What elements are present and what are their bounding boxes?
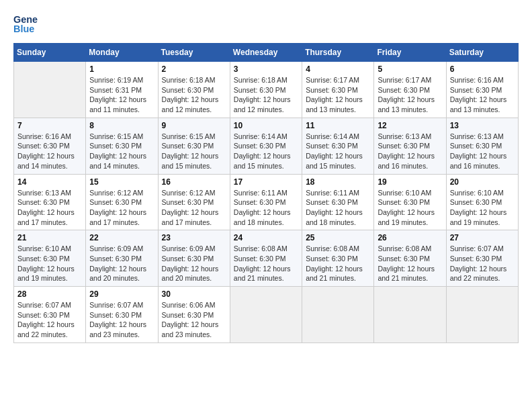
calendar-cell: 25Sunrise: 6:08 AMSunset: 6:30 PMDayligh… <box>302 230 374 287</box>
day-info: Sunrise: 6:13 AMSunset: 6:30 PMDaylight:… <box>450 132 515 171</box>
calendar-week-5: 28Sunrise: 6:07 AMSunset: 6:30 PMDayligh… <box>14 287 519 343</box>
calendar-cell: 24Sunrise: 6:08 AMSunset: 6:30 PMDayligh… <box>230 230 302 287</box>
day-number: 19 <box>378 177 442 187</box>
weekday-header-friday: Friday <box>374 44 446 62</box>
day-number: 2 <box>162 64 226 74</box>
calendar-cell: 1Sunrise: 6:19 AMSunset: 6:31 PMDaylight… <box>86 62 158 118</box>
day-info: Sunrise: 6:08 AMSunset: 6:30 PMDaylight:… <box>306 244 370 283</box>
day-info: Sunrise: 6:17 AMSunset: 6:30 PMDaylight:… <box>306 75 370 115</box>
day-number: 3 <box>234 64 298 74</box>
day-info: Sunrise: 6:07 AMSunset: 6:30 PMDaylight:… <box>89 300 154 340</box>
day-info: Sunrise: 6:18 AMSunset: 6:30 PMDaylight:… <box>162 75 226 115</box>
day-number: 13 <box>450 121 515 130</box>
logo-icon: General Blue <box>13 11 38 35</box>
day-info: Sunrise: 6:17 AMSunset: 6:30 PMDaylight:… <box>378 75 442 115</box>
calendar-header-row: SundayMondayTuesdayWednesdayThursdayFrid… <box>14 44 519 62</box>
day-info: Sunrise: 6:13 AMSunset: 6:30 PMDaylight:… <box>17 188 82 228</box>
day-number: 24 <box>234 233 298 242</box>
calendar-cell: 11Sunrise: 6:14 AMSunset: 6:30 PMDayligh… <box>302 118 374 174</box>
calendar-cell: 2Sunrise: 6:18 AMSunset: 6:30 PMDaylight… <box>158 62 230 118</box>
calendar-cell: 3Sunrise: 6:18 AMSunset: 6:30 PMDaylight… <box>230 62 302 118</box>
calendar-week-4: 21Sunrise: 6:10 AMSunset: 6:30 PMDayligh… <box>14 230 519 287</box>
calendar-cell: 20Sunrise: 6:10 AMSunset: 6:30 PMDayligh… <box>446 174 518 230</box>
day-number: 21 <box>17 233 82 242</box>
calendar-table: SundayMondayTuesdayWednesdayThursdayFrid… <box>13 43 519 343</box>
day-number: 22 <box>89 233 154 242</box>
day-number: 12 <box>378 121 442 130</box>
calendar-cell: 29Sunrise: 6:07 AMSunset: 6:30 PMDayligh… <box>86 287 158 343</box>
calendar-cell <box>230 287 302 343</box>
day-info: Sunrise: 6:16 AMSunset: 6:30 PMDaylight:… <box>450 75 515 115</box>
day-info: Sunrise: 6:09 AMSunset: 6:30 PMDaylight:… <box>162 244 226 283</box>
day-number: 8 <box>89 121 154 130</box>
calendar-body: 1Sunrise: 6:19 AMSunset: 6:31 PMDaylight… <box>14 62 519 343</box>
day-number: 18 <box>306 177 370 187</box>
day-number: 15 <box>89 177 154 187</box>
calendar-cell: 21Sunrise: 6:10 AMSunset: 6:30 PMDayligh… <box>14 230 86 287</box>
day-number: 11 <box>306 121 370 130</box>
day-info: Sunrise: 6:16 AMSunset: 6:30 PMDaylight:… <box>17 132 82 171</box>
day-info: Sunrise: 6:14 AMSunset: 6:30 PMDaylight:… <box>306 132 370 171</box>
day-info: Sunrise: 6:15 AMSunset: 6:30 PMDaylight:… <box>89 132 154 171</box>
day-info: Sunrise: 6:08 AMSunset: 6:30 PMDaylight:… <box>378 244 442 283</box>
calendar-cell <box>374 287 446 343</box>
calendar-cell: 9Sunrise: 6:15 AMSunset: 6:30 PMDaylight… <box>158 118 230 174</box>
weekday-header-tuesday: Tuesday <box>158 44 230 62</box>
day-info: Sunrise: 6:14 AMSunset: 6:30 PMDaylight:… <box>234 132 298 171</box>
calendar-cell: 23Sunrise: 6:09 AMSunset: 6:30 PMDayligh… <box>158 230 230 287</box>
day-info: Sunrise: 6:12 AMSunset: 6:30 PMDaylight:… <box>162 188 226 228</box>
calendar-cell: 8Sunrise: 6:15 AMSunset: 6:30 PMDaylight… <box>86 118 158 174</box>
calendar-week-1: 1Sunrise: 6:19 AMSunset: 6:31 PMDaylight… <box>14 62 519 118</box>
calendar-cell <box>302 287 374 343</box>
calendar-cell: 14Sunrise: 6:13 AMSunset: 6:30 PMDayligh… <box>14 174 86 230</box>
day-info: Sunrise: 6:10 AMSunset: 6:30 PMDaylight:… <box>378 188 442 228</box>
day-info: Sunrise: 6:10 AMSunset: 6:30 PMDaylight:… <box>17 244 82 283</box>
calendar-cell: 22Sunrise: 6:09 AMSunset: 6:30 PMDayligh… <box>86 230 158 287</box>
calendar-week-2: 7Sunrise: 6:16 AMSunset: 6:30 PMDaylight… <box>14 118 519 174</box>
weekday-header-saturday: Saturday <box>446 44 518 62</box>
day-number: 29 <box>89 289 154 299</box>
day-info: Sunrise: 6:18 AMSunset: 6:30 PMDaylight:… <box>234 75 298 115</box>
day-info: Sunrise: 6:07 AMSunset: 6:30 PMDaylight:… <box>450 244 515 283</box>
calendar-cell: 28Sunrise: 6:07 AMSunset: 6:30 PMDayligh… <box>14 287 86 343</box>
day-info: Sunrise: 6:06 AMSunset: 6:30 PMDaylight:… <box>162 300 226 340</box>
day-info: Sunrise: 6:09 AMSunset: 6:30 PMDaylight:… <box>89 244 154 283</box>
calendar-cell <box>446 287 518 343</box>
calendar-cell: 5Sunrise: 6:17 AMSunset: 6:30 PMDaylight… <box>374 62 446 118</box>
weekday-header-thursday: Thursday <box>302 44 374 62</box>
calendar-cell: 17Sunrise: 6:11 AMSunset: 6:30 PMDayligh… <box>230 174 302 230</box>
day-info: Sunrise: 6:10 AMSunset: 6:30 PMDaylight:… <box>450 188 515 228</box>
page-header: General Blue <box>13 11 519 35</box>
day-info: Sunrise: 6:07 AMSunset: 6:30 PMDaylight:… <box>17 300 82 340</box>
day-info: Sunrise: 6:15 AMSunset: 6:30 PMDaylight:… <box>162 132 226 171</box>
day-number: 30 <box>162 289 226 299</box>
calendar-cell: 6Sunrise: 6:16 AMSunset: 6:30 PMDaylight… <box>446 62 518 118</box>
day-info: Sunrise: 6:11 AMSunset: 6:30 PMDaylight:… <box>306 188 370 228</box>
weekday-header-wednesday: Wednesday <box>230 44 302 62</box>
day-number: 27 <box>450 233 515 242</box>
day-info: Sunrise: 6:12 AMSunset: 6:30 PMDaylight:… <box>89 188 154 228</box>
calendar-cell: 16Sunrise: 6:12 AMSunset: 6:30 PMDayligh… <box>158 174 230 230</box>
weekday-header-sunday: Sunday <box>14 44 86 62</box>
day-number: 7 <box>17 121 82 130</box>
logo: General Blue <box>13 11 40 35</box>
svg-text:Blue: Blue <box>13 24 34 34</box>
calendar-cell: 18Sunrise: 6:11 AMSunset: 6:30 PMDayligh… <box>302 174 374 230</box>
calendar-cell: 10Sunrise: 6:14 AMSunset: 6:30 PMDayligh… <box>230 118 302 174</box>
day-number: 28 <box>17 289 82 299</box>
day-number: 16 <box>162 177 226 187</box>
day-info: Sunrise: 6:11 AMSunset: 6:30 PMDaylight:… <box>234 188 298 228</box>
calendar-cell: 30Sunrise: 6:06 AMSunset: 6:30 PMDayligh… <box>158 287 230 343</box>
day-info: Sunrise: 6:13 AMSunset: 6:30 PMDaylight:… <box>378 132 442 171</box>
calendar-cell: 26Sunrise: 6:08 AMSunset: 6:30 PMDayligh… <box>374 230 446 287</box>
day-number: 4 <box>306 64 370 74</box>
day-number: 14 <box>17 177 82 187</box>
day-number: 5 <box>378 64 442 74</box>
day-info: Sunrise: 6:08 AMSunset: 6:30 PMDaylight:… <box>234 244 298 283</box>
calendar-cell <box>14 62 86 118</box>
calendar-week-3: 14Sunrise: 6:13 AMSunset: 6:30 PMDayligh… <box>14 174 519 230</box>
calendar-cell: 12Sunrise: 6:13 AMSunset: 6:30 PMDayligh… <box>374 118 446 174</box>
calendar-cell: 4Sunrise: 6:17 AMSunset: 6:30 PMDaylight… <box>302 62 374 118</box>
calendar-cell: 19Sunrise: 6:10 AMSunset: 6:30 PMDayligh… <box>374 174 446 230</box>
day-number: 1 <box>89 64 154 74</box>
